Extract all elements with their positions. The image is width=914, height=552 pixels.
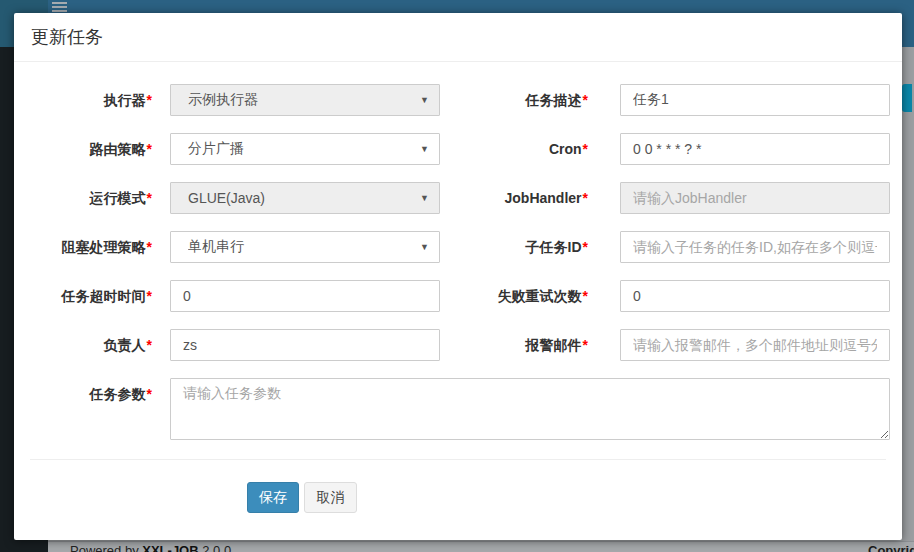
- powered-by-text: Powered by XXL-JOB 2.0.0: [70, 543, 231, 552]
- job-desc-label: 任务描述*: [388, 84, 588, 116]
- version-text: 2.0.0: [202, 543, 231, 552]
- brand-name: XXL-JOB: [142, 543, 198, 552]
- block-strategy-label: 阻塞处理策略*: [14, 231, 152, 263]
- route-strategy-label: 路由策略*: [14, 133, 152, 165]
- copyright-text: Copyright © 2: [868, 543, 914, 552]
- background-button-edge: [902, 84, 912, 112]
- child-jobid-label: 子任务ID*: [388, 231, 588, 263]
- modal-header: 更新任务: [14, 13, 902, 62]
- cron-input[interactable]: [620, 133, 890, 165]
- sidebar-toggle-button: [52, 2, 67, 12]
- job-param-label: 任务参数*: [14, 378, 152, 410]
- cancel-button[interactable]: 取消: [304, 482, 357, 513]
- job-param-textarea[interactable]: [170, 378, 890, 440]
- job-handler-label: JobHandler*: [388, 182, 588, 214]
- job-desc-input[interactable]: [620, 84, 890, 116]
- child-jobid-input[interactable]: [620, 231, 890, 263]
- save-button[interactable]: 保存: [247, 482, 299, 513]
- author-label: 负责人*: [14, 329, 152, 361]
- alarm-email-input[interactable]: [620, 329, 890, 361]
- app-screen: Powered by XXL-JOB 2.0.0 Copyright © 2 更…: [0, 0, 914, 552]
- cron-label: Cron*: [388, 133, 588, 165]
- fail-retry-label: 失败重试次数*: [388, 280, 588, 312]
- executor-label: 执行器*: [14, 84, 152, 116]
- update-job-modal: 更新任务 执行器* 示例执行器 ▼ 任务描述* 路由策略* 分片广播 ▼ Cro…: [14, 13, 902, 540]
- fail-retry-input[interactable]: [620, 280, 890, 312]
- page-footer: Powered by XXL-JOB 2.0.0 Copyright © 2: [48, 541, 914, 552]
- glue-type-label: 运行模式*: [14, 182, 152, 214]
- timeout-label: 任务超时时间*: [14, 280, 152, 312]
- job-handler-input: [620, 182, 890, 214]
- footer-divider: [30, 459, 886, 460]
- modal-title: 更新任务: [31, 13, 103, 62]
- alarm-email-label: 报警邮件*: [388, 329, 588, 361]
